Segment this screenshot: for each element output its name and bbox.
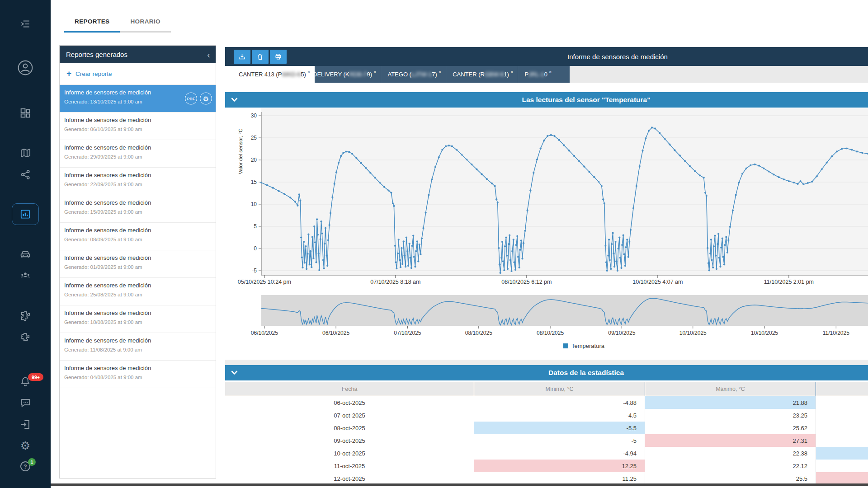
share-icon[interactable] [15, 165, 35, 183]
data-point [727, 239, 729, 241]
data-point [615, 241, 617, 243]
settings-gear-icon[interactable]: ⚙ [15, 436, 35, 455]
create-report-button[interactable]: + Crear reporte [60, 63, 216, 85]
close-tab-icon[interactable]: × [549, 69, 552, 75]
data-point [836, 150, 838, 152]
report-title: Informe de sensores de medición [567, 53, 668, 61]
data-point [266, 184, 268, 186]
report-list-item[interactable]: Informe de sensores de mediciónGenerado:… [60, 85, 216, 113]
mini-chart-track[interactable] [261, 295, 868, 326]
report-settings-icon[interactable]: ⚙ [200, 93, 212, 105]
cell-maximo: 27.31 [645, 434, 816, 447]
close-tab-icon[interactable]: × [307, 69, 310, 75]
report-list-item[interactable]: Informe de sensores de mediciónGenerado:… [60, 333, 216, 361]
mini-x-tick-label: 11/10/2025 [823, 330, 849, 336]
table-row[interactable]: 09-oct-2025-527.31 [225, 434, 868, 447]
unit-tab[interactable]: PJRL-10× [518, 66, 556, 83]
unit-name: CANTER (R [453, 71, 485, 78]
report-list-item[interactable]: Informe de sensores de mediciónGenerado:… [60, 305, 216, 333]
data-point [573, 155, 575, 157]
horizontal-scrollbar[interactable] [51, 483, 868, 486]
data-point [471, 164, 472, 165]
mini-x-tick-label: 10/10/2025 [679, 330, 707, 336]
data-point [715, 255, 717, 257]
data-point [491, 183, 493, 184]
report-list-item[interactable]: Informe de sensores de mediciónGenerado:… [60, 223, 216, 250]
report-list-item[interactable]: Informe de sensores de mediciónGenerado:… [60, 113, 216, 140]
unit-tab[interactable]: CANTER (RGBW-61)× [446, 66, 518, 83]
unit-plate-blurred: LJTW-1 [411, 71, 432, 78]
tab-reportes[interactable]: REPORTES [64, 12, 120, 33]
unit-name: P [524, 71, 528, 78]
data-point [338, 162, 340, 164]
collapse-menu-icon[interactable] [15, 15, 35, 33]
unit-tab[interactable]: DELIVERY (KRDB-79)× [306, 66, 381, 83]
download-report-button[interactable] [234, 50, 250, 64]
data-point [620, 267, 622, 269]
print-report-button[interactable] [270, 50, 287, 64]
data-point [415, 250, 417, 252]
data-point [659, 132, 660, 134]
delete-report-button[interactable] [252, 50, 269, 64]
unit-tab[interactable]: ATEGO (LJTW-17)× [381, 66, 446, 83]
data-point [335, 171, 337, 173]
report-item-actions: PDF⚙ [185, 93, 212, 105]
table-row[interactable]: 07-oct-2025-4.523.25 [225, 409, 868, 422]
drivers-icon[interactable] [15, 266, 35, 284]
section-gap [225, 360, 868, 365]
y-tick-label: 25 [251, 135, 257, 141]
close-tab-icon[interactable]: × [510, 69, 513, 75]
data-point [299, 200, 301, 202]
unit-plate-blurred: GBW-6 [485, 71, 504, 78]
puzzle-modules-icon[interactable] [15, 328, 35, 346]
table-row[interactable]: 10-oct-2025-4.9422.38 [225, 447, 868, 460]
cell-maximo: 25.5 [645, 472, 816, 485]
messages-icon[interactable] [15, 394, 35, 412]
puzzle-apps-icon[interactable] [15, 306, 35, 324]
report-list-item[interactable]: Informe de sensores de mediciónGenerado:… [60, 250, 216, 278]
pdf-export-icon[interactable]: PDF [185, 93, 197, 105]
data-point [651, 127, 653, 128]
data-point [425, 212, 427, 214]
report-list-item[interactable]: Informe de sensores de mediciónGenerado:… [60, 168, 216, 195]
data-point [348, 151, 350, 153]
cell-fecha: 09-oct-2025 [225, 434, 474, 447]
import-login-icon[interactable] [15, 415, 35, 433]
report-list-item[interactable]: Informe de sensores de mediciónGenerado:… [60, 140, 216, 168]
table-row[interactable]: 12-oct-202511.2525.5 [225, 472, 868, 485]
unit-name: CANTER 413 (P [239, 71, 282, 78]
data-point [409, 243, 410, 244]
report-list-item[interactable]: Informe de sensores de mediciónGenerado:… [60, 361, 216, 388]
y-tick-label: 5 [254, 223, 257, 230]
data-point [601, 185, 603, 187]
data-point [724, 244, 726, 246]
temperature-chart[interactable]: 302520151050-5Valor del sensor, °C05/10/… [225, 108, 868, 360]
close-tab-icon[interactable]: × [439, 69, 441, 75]
account-icon[interactable] [15, 59, 35, 77]
panel-collapse-icon[interactable]: ‹ [207, 51, 210, 59]
data-point [718, 257, 720, 259]
unit-tab-active[interactable]: CANTER 413 (PWKD-65)× [232, 66, 315, 83]
data-point [321, 233, 323, 235]
map-icon[interactable] [15, 144, 35, 162]
reports-nav-active[interactable] [12, 203, 39, 225]
unit-name-suffix: 7) [432, 71, 437, 78]
table-row[interactable]: 11-oct-202512.2522.12 [225, 460, 868, 472]
report-item-generated: Generado: 11/08/2025 at 9:00 am [64, 347, 211, 352]
report-list-item[interactable]: Informe de sensores de mediciónGenerado:… [60, 195, 216, 223]
data-point [851, 149, 853, 150]
report-item-generated: Generado: 01/09/2025 at 9:00 am [64, 264, 211, 270]
dashboard-icon[interactable] [15, 104, 35, 122]
table-row[interactable]: 08-oct-2025-5.525.62 [225, 422, 868, 434]
data-point [636, 185, 637, 187]
tab-horario[interactable]: HORARIO [120, 12, 171, 33]
close-tab-icon[interactable]: × [373, 69, 376, 75]
report-list-item[interactable]: Informe de sensores de mediciónGenerado:… [60, 278, 216, 305]
table-row[interactable]: 06-oct-2025-4.8821.88 [225, 396, 868, 409]
data-point [846, 147, 848, 149]
data-point [540, 147, 542, 149]
data-point [811, 181, 813, 183]
cell-extra [816, 472, 868, 485]
data-point [416, 240, 418, 242]
vehicle-icon[interactable] [15, 245, 35, 263]
